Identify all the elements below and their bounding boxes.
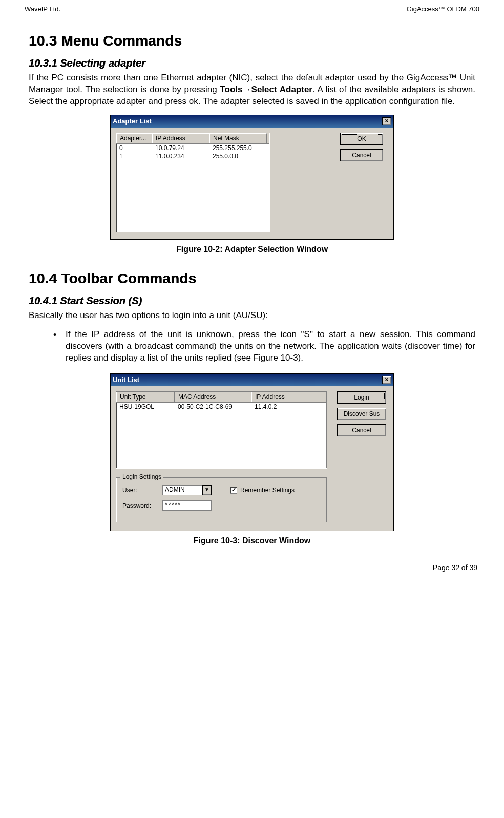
para-10-3-1: If the PC consists more than one Etherne… [29, 72, 475, 108]
table-row[interactable]: 1 11.0.0.234 255.0.0.0 [116, 152, 269, 160]
subheading-10-4-1: 10.4.1 Start Session (S) [29, 295, 475, 307]
table-row[interactable]: HSU-19GOL 00-50-C2-1C-C8-69 11.4.0.2 [116, 403, 326, 411]
close-icon[interactable]: × [382, 117, 391, 125]
password-label: Password: [122, 502, 157, 509]
user-value: ADMIN [162, 485, 202, 495]
user-label: User: [122, 487, 157, 494]
ok-button[interactable]: OK [340, 133, 383, 145]
subheading-10-3-1: 10.3.1 Selecting adapter [29, 57, 475, 69]
header-left: WaveIP Ltd. [25, 5, 60, 13]
dialog-title: Unit List [113, 376, 139, 384]
col-netmask[interactable]: Net Mask [209, 133, 267, 143]
discover-button[interactable]: Discover Sus [337, 408, 386, 420]
close-icon[interactable]: × [382, 376, 391, 384]
page-number: Page 32 of 39 [433, 563, 477, 572]
login-button[interactable]: Login [337, 391, 386, 404]
login-legend: Login Settings [120, 473, 163, 480]
figure-10-3-caption: Figure 10-3: Discover Window [29, 536, 475, 546]
menu-path-select-adapter: Select Adapter [251, 85, 312, 94]
remember-label: Remember Settings [240, 487, 295, 494]
unit-listbox[interactable]: Unit Type MAC Address IP Address HSU-19G… [116, 391, 327, 468]
remember-settings-checkbox[interactable]: ✓ Remember Settings [230, 487, 295, 494]
user-combobox[interactable]: ADMIN ▼ [162, 485, 212, 495]
col-adapter[interactable]: Adapter... [116, 133, 152, 143]
chevron-down-icon[interactable]: ▼ [202, 485, 212, 495]
cancel-button[interactable]: Cancel [337, 424, 386, 436]
password-field[interactable]: ××××× [162, 500, 212, 511]
login-settings-group: Login Settings User: ADMIN ▼ ✓ Remember … [116, 477, 327, 522]
heading-10-3: 10.3 Menu Commands [29, 33, 475, 49]
header-right: GigAccess™ OFDM 700 [407, 5, 479, 13]
adapter-listbox[interactable]: Adapter... IP Address Net Mask 0 10.0.79… [116, 133, 269, 232]
adapter-list-dialog: Adapter List × OK Cancel Adapter... IP A… [110, 115, 394, 240]
figure-10-2-caption: Figure 10-2: Adapter Selection Window [29, 245, 475, 254]
menu-path-tools: Tools [220, 85, 242, 94]
dialog-title: Adapter List [113, 117, 152, 125]
cancel-button[interactable]: Cancel [340, 149, 383, 161]
bullet-discover: If the IP address of the unit is unknown… [53, 329, 475, 364]
para-10-4-intro: Basically the user has two options to lo… [29, 310, 475, 322]
titlebar[interactable]: Unit List × [111, 374, 393, 386]
table-row[interactable]: 0 10.0.79.24 255.255.255.0 [116, 144, 269, 152]
col-mac[interactable]: MAC Address [175, 392, 251, 402]
heading-10-4: 10.4 Toolbar Commands [29, 270, 475, 287]
col-unit-type[interactable]: Unit Type [116, 392, 175, 402]
col-ip[interactable]: IP Address [152, 133, 209, 143]
titlebar[interactable]: Adapter List × [111, 115, 393, 128]
col-ip[interactable]: IP Address [251, 392, 323, 402]
checkbox-icon: ✓ [230, 487, 237, 494]
arrow-icon: → [243, 85, 251, 94]
unit-list-dialog: Unit List × Login Discover Sus Cancel Un… [110, 373, 394, 531]
